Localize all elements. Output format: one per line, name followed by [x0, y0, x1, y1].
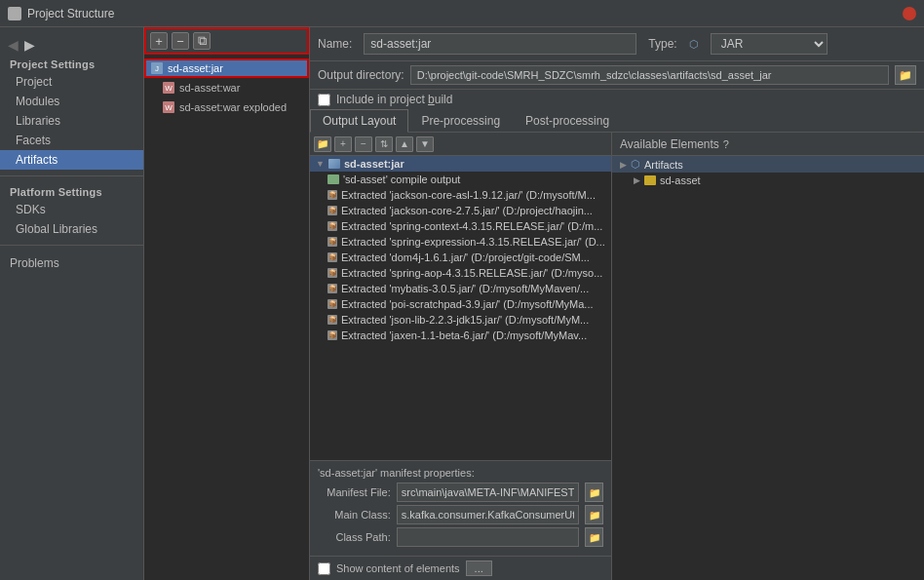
add-artifact-btn[interactable]: + [150, 32, 168, 50]
artifacts-down-btn[interactable]: ▼ [416, 136, 434, 152]
sidebar-item-artifacts[interactable]: Artifacts [0, 150, 143, 170]
nav-back-btn[interactable]: ◀ [8, 37, 19, 53]
type-select[interactable]: JAR WAR WAR exploded [711, 33, 828, 55]
manifest-file-label: Manifest File: [318, 486, 391, 498]
artifacts-item-mybatis[interactable]: 📦 Extracted 'mybatis-3.0.5.jar/' (D:/mys… [310, 281, 611, 296]
available-elements-title: Available Elements [620, 137, 719, 151]
output-dir-browse-btn[interactable]: 📁 [895, 65, 916, 85]
show-content-btn[interactable]: ... [466, 561, 492, 576]
available-elements-content: ▶ ⬡ Artifacts ▶ sd-asset [612, 156, 924, 580]
extract-icon-10: 📦 [327, 330, 337, 340]
sidebar-item-facets[interactable]: Facets [0, 131, 143, 150]
extract-icon-2: 📦 [327, 206, 337, 215]
main-class-row: Main Class: 📁 [318, 505, 603, 524]
war-type-icon: W [162, 82, 175, 94]
available-elements-panel: Available Elements ? ▶ ⬡ Artifacts ▶ sd-… [612, 133, 924, 580]
extract-icon-6: 📦 [327, 268, 337, 278]
main-class-input[interactable] [397, 505, 579, 524]
artifacts-plus-btn[interactable]: + [334, 136, 352, 152]
artifacts-item-label-5: Extracted 'spring-expression-4.3.15.RELE… [341, 236, 605, 248]
artifacts-item-spring-aop[interactable]: 📦 Extracted 'spring-aop-4.3.15.RELEASE.j… [310, 265, 611, 281]
close-btn[interactable] [903, 7, 916, 20]
sidebar-item-sdks[interactable]: SDKs [0, 200, 143, 219]
manifest-file-browse-btn[interactable]: 📁 [585, 483, 603, 502]
sd-asset-folder-icon [644, 175, 656, 185]
sidebar-item-global-libraries[interactable]: Global Libraries [0, 219, 143, 239]
available-elements-header: Available Elements ? [612, 133, 924, 156]
main-container: ◀ ▶ Project Settings Project Modules Lib… [0, 27, 924, 580]
extract-icon-4: 📦 [327, 237, 337, 247]
artifacts-root-item[interactable]: ▼ sd-asset:jar [310, 156, 611, 172]
tab-output-layout[interactable]: Output Layout [310, 109, 408, 133]
extract-icon-1: 📦 [327, 190, 337, 200]
artifacts-up-btn[interactable]: ▲ [396, 136, 413, 152]
manifest-file-row: Manifest File: 📁 [318, 483, 603, 502]
class-path-browse-btn[interactable]: 📁 [585, 527, 603, 547]
available-elements-help[interactable]: ? [723, 138, 729, 150]
output-dir-label: Output directory: [318, 68, 404, 82]
main-class-label: Main Class: [318, 509, 391, 521]
sidebar-item-project[interactable]: Project [0, 72, 143, 92]
tree-item-sd-asset-war-exploded[interactable]: W sd-asset:war exploded [144, 97, 309, 117]
available-artifacts-header[interactable]: ▶ ⬡ Artifacts [612, 156, 924, 173]
artifacts-item-label-11: Extracted 'jaxen-1.1-beta-6.jar/' (D:/my… [341, 329, 587, 341]
artifacts-item-dom4j[interactable]: 📦 Extracted 'dom4j-1.6.1.jar/' (D:/proje… [310, 250, 611, 265]
tree-item-sd-asset-war[interactable]: W sd-asset:war [144, 78, 309, 97]
tab-post-processing[interactable]: Post-processing [513, 109, 622, 133]
sidebar-divider [0, 175, 143, 176]
available-sd-asset-label: sd-asset [660, 174, 701, 186]
sidebar-item-libraries[interactable]: Libraries [0, 111, 143, 131]
root-jar-icon [328, 159, 340, 169]
extract-icon-3: 📦 [327, 221, 337, 231]
tree-item-war-label: sd-asset:war [179, 82, 240, 94]
artifacts-folder-btn[interactable]: 📁 [314, 136, 331, 152]
type-label: Type: [648, 37, 676, 51]
sidebar-item-modules[interactable]: Modules [0, 92, 143, 111]
app-icon [8, 7, 21, 20]
sidebar-item-problems[interactable]: Problems [0, 253, 143, 273]
compile-folder-icon [327, 174, 339, 184]
artifacts-item-json-lib[interactable]: 📦 Extracted 'json-lib-2.2.3-jdk15.jar/' … [310, 312, 611, 328]
tabs-row: Output Layout Pre-processing Post-proces… [310, 109, 924, 133]
tab-pre-processing[interactable]: Pre-processing [408, 109, 513, 133]
name-input[interactable] [364, 33, 636, 55]
nav-forward-btn[interactable]: ▶ [24, 37, 35, 53]
war-exploded-type-icon: W [162, 101, 175, 113]
artifacts-item-label-4: Extracted 'spring-context-4.3.15.RELEASE… [341, 220, 602, 232]
manifest-file-input[interactable] [397, 483, 579, 502]
remove-artifact-btn[interactable]: − [172, 32, 189, 50]
output-dir-input[interactable] [410, 65, 889, 85]
tree-toolbar: + − ⧉ [144, 27, 309, 55]
available-sd-asset-item[interactable]: ▶ sd-asset [612, 173, 924, 188]
artifacts-item-jaxen[interactable]: 📦 Extracted 'jaxen-1.1-beta-6.jar/' (D:/… [310, 328, 611, 343]
available-sd-expand-arrow: ▶ [634, 175, 640, 185]
copy-artifact-btn[interactable]: ⧉ [193, 32, 211, 50]
artifacts-tree-content: ▼ sd-asset:jar 'sd-asset' compile output… [310, 156, 611, 460]
title-bar: Project Structure [0, 0, 924, 27]
content-panel: Name: Type: ⬡ JAR WAR WAR exploded Outpu… [310, 27, 924, 580]
jar-icon-type: ⬡ [689, 38, 699, 51]
artifacts-item-poi[interactable]: 📦 Extracted 'poi-scratchpad-3.9.jar/' (D… [310, 296, 611, 312]
artifacts-minus-btn[interactable]: − [355, 136, 372, 152]
extract-icon-9: 📦 [327, 315, 337, 325]
window-controls [903, 7, 916, 20]
artifacts-item-jackson-core[interactable]: 📦 Extracted 'jackson-core-2.7.5.jar/' (D… [310, 203, 611, 218]
artifacts-item-label: 'sd-asset' compile output [343, 174, 460, 185]
class-path-label: Class Path: [318, 531, 391, 543]
class-path-input[interactable] [397, 527, 579, 547]
name-type-row: Name: Type: ⬡ JAR WAR WAR exploded [310, 27, 924, 61]
artifacts-sort-btn[interactable]: ⇅ [375, 136, 393, 152]
jar-type-icon: J [150, 62, 164, 74]
artifacts-item-jackson-asl[interactable]: 📦 Extracted 'jackson-core-asl-1.9.12.jar… [310, 187, 611, 203]
main-class-browse-btn[interactable]: 📁 [585, 505, 603, 524]
artifacts-compile-output[interactable]: 'sd-asset' compile output [310, 172, 611, 187]
class-path-row: Class Path: 📁 [318, 527, 603, 547]
extract-icon-8: 📦 [327, 299, 337, 309]
show-content-checkbox[interactable] [318, 562, 330, 575]
tree-item-sd-asset-jar[interactable]: J sd-asset:jar [144, 58, 309, 78]
artifacts-item-spring-expression[interactable]: 📦 Extracted 'spring-expression-4.3.15.RE… [310, 234, 611, 250]
artifacts-item-spring-context[interactable]: 📦 Extracted 'spring-context-4.3.15.RELEA… [310, 218, 611, 234]
include-checkbox[interactable] [318, 94, 330, 106]
window-title: Project Structure [27, 7, 114, 20]
tree-item-label: sd-asset:jar [168, 62, 223, 74]
